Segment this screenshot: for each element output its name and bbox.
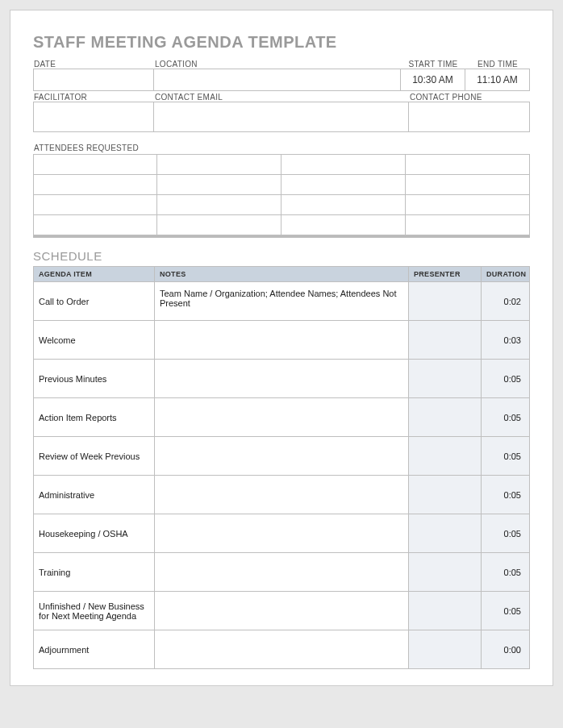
facilitator-label: FACILITATOR	[33, 91, 154, 102]
info-row2-labels: FACILITATOR CONTACT EMAIL CONTACT PHONE	[33, 91, 530, 102]
attendee-cell[interactable]	[156, 194, 282, 215]
attendees-label: ATTENDEES REQUESTED	[33, 142, 530, 153]
info-row2-values	[33, 102, 530, 132]
notes-cell[interactable]	[155, 476, 409, 514]
presenter-cell[interactable]	[409, 282, 482, 321]
agenda-item-cell[interactable]: Housekeeping / OSHA	[34, 514, 155, 553]
attendee-cell[interactable]	[281, 214, 406, 235]
attendee-cell[interactable]	[33, 154, 157, 175]
presenter-cell[interactable]	[409, 514, 482, 553]
attendee-cell[interactable]	[405, 194, 530, 215]
attendee-cell[interactable]	[405, 174, 530, 195]
info-row1-labels: DATE LOCATION START TIME END TIME	[33, 58, 530, 69]
duration-cell[interactable]: 0:00	[482, 630, 530, 669]
contact-email-label: CONTACT EMAIL	[154, 91, 409, 102]
notes-cell[interactable]	[155, 514, 409, 553]
table-row: Review of Week Previous0:05	[34, 437, 530, 476]
location-label: LOCATION	[154, 58, 401, 69]
table-row: Training0:05	[34, 553, 530, 592]
agenda-item-cell[interactable]: Call to Order	[34, 282, 155, 321]
header-duration: DURATION	[482, 267, 530, 282]
agenda-item-cell[interactable]: Training	[34, 553, 155, 592]
agenda-item-cell[interactable]: Unfinished / New Business for Next Meeti…	[34, 592, 155, 630]
duration-cell[interactable]: 0:03	[482, 321, 530, 360]
table-row: Call to OrderTeam Name / Organization; A…	[34, 282, 530, 321]
attendee-cell[interactable]	[156, 154, 282, 175]
agenda-item-cell[interactable]: Review of Week Previous	[34, 437, 155, 476]
page-title: STAFF MEETING AGENDA TEMPLATE	[33, 33, 530, 52]
notes-cell[interactable]	[155, 360, 409, 398]
agenda-item-cell[interactable]: Adjournment	[34, 630, 155, 669]
duration-cell[interactable]: 0:05	[482, 398, 530, 437]
table-row: Unfinished / New Business for Next Meeti…	[34, 592, 530, 630]
attendee-cell[interactable]	[33, 194, 157, 215]
duration-cell[interactable]: 0:05	[482, 514, 530, 553]
attendee-cell[interactable]	[281, 174, 406, 195]
notes-cell[interactable]	[155, 553, 409, 592]
agenda-item-cell[interactable]: Action Item Reports	[34, 398, 155, 437]
duration-cell[interactable]: 0:02	[482, 282, 530, 321]
contact-email-field[interactable]	[153, 102, 409, 132]
duration-cell[interactable]: 0:05	[482, 592, 530, 630]
presenter-cell[interactable]	[409, 592, 482, 630]
duration-cell[interactable]: 0:05	[482, 553, 530, 592]
notes-cell[interactable]	[155, 398, 409, 437]
table-row: Adjournment0:00	[34, 630, 530, 669]
table-row: Previous Minutes0:05	[34, 360, 530, 398]
notes-cell[interactable]: Team Name / Organization; Attendee Names…	[155, 282, 409, 321]
presenter-cell[interactable]	[409, 630, 482, 669]
attendee-cell[interactable]	[33, 214, 157, 235]
end-time-label: END TIME	[465, 58, 530, 69]
header-notes: NOTES	[155, 267, 409, 282]
duration-cell[interactable]: 0:05	[482, 437, 530, 476]
notes-cell[interactable]	[155, 437, 409, 476]
date-label: DATE	[33, 58, 154, 69]
header-item: AGENDA ITEM	[34, 267, 155, 282]
presenter-cell[interactable]	[409, 321, 482, 360]
date-field[interactable]	[33, 69, 154, 91]
presenter-cell[interactable]	[409, 437, 482, 476]
attendee-cell[interactable]	[33, 174, 157, 195]
table-row: Housekeeping / OSHA0:05	[34, 514, 530, 553]
presenter-cell[interactable]	[409, 398, 482, 437]
start-time-label: START TIME	[401, 58, 465, 69]
notes-cell[interactable]	[155, 592, 409, 630]
duration-cell[interactable]: 0:05	[482, 476, 530, 514]
contact-phone-label: CONTACT PHONE	[409, 91, 530, 102]
notes-cell[interactable]	[155, 321, 409, 360]
attendee-cell[interactable]	[281, 154, 406, 175]
schedule-header-row: AGENDA ITEM NOTES PRESENTER DURATION	[34, 267, 530, 282]
agenda-item-cell[interactable]: Welcome	[34, 321, 155, 360]
presenter-cell[interactable]	[409, 476, 482, 514]
page: STAFF MEETING AGENDA TEMPLATE DATE LOCAT…	[10, 10, 553, 686]
info-row1-values: 10:30 AM 11:10 AM	[33, 69, 530, 91]
attendee-cell[interactable]	[405, 214, 530, 235]
duration-cell[interactable]: 0:05	[482, 360, 530, 398]
attendee-cell[interactable]	[156, 214, 282, 235]
schedule-heading: SCHEDULE	[33, 249, 530, 263]
table-row: Administrative0:05	[34, 476, 530, 514]
attendee-cell[interactable]	[405, 154, 530, 175]
location-field[interactable]	[153, 69, 401, 91]
header-presenter: PRESENTER	[409, 267, 482, 282]
agenda-item-cell[interactable]: Previous Minutes	[34, 360, 155, 398]
schedule-table: AGENDA ITEM NOTES PRESENTER DURATION Cal…	[33, 266, 530, 669]
agenda-item-cell[interactable]: Administrative	[34, 476, 155, 514]
attendee-cell[interactable]	[281, 194, 406, 215]
end-time-field[interactable]: 11:10 AM	[465, 69, 530, 91]
notes-cell[interactable]	[155, 630, 409, 669]
table-row: Welcome0:03	[34, 321, 530, 360]
facilitator-field[interactable]	[33, 102, 154, 132]
presenter-cell[interactable]	[409, 553, 482, 592]
table-row: Action Item Reports0:05	[34, 398, 530, 437]
contact-phone-field[interactable]	[408, 102, 530, 132]
attendee-cell[interactable]	[156, 174, 282, 195]
attendees-grid	[33, 155, 530, 238]
presenter-cell[interactable]	[409, 360, 482, 398]
start-time-field[interactable]: 10:30 AM	[400, 69, 465, 91]
